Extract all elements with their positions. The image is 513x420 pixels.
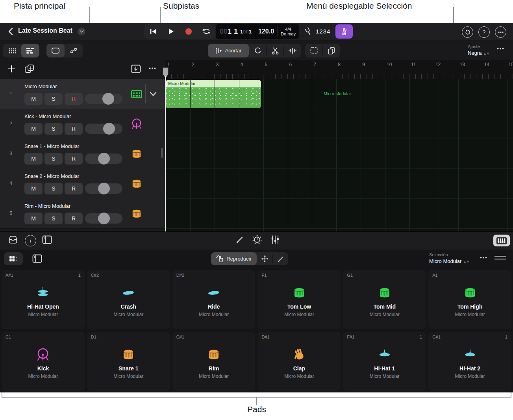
pads-rows-button[interactable]	[494, 256, 506, 260]
mute-button[interactable]: M	[24, 213, 43, 224]
selection-label: Selección	[429, 252, 448, 257]
track-number: 5	[0, 198, 22, 228]
pads-more-button[interactable]	[480, 257, 487, 259]
move-mode-button[interactable]	[257, 252, 272, 265]
record-enable-button[interactable]: R	[65, 123, 83, 135]
go-to-beginning-button[interactable]	[144, 24, 162, 39]
pad-hi-hat-2[interactable]: G#11Hi-Hat 2Micro Modular	[428, 332, 511, 391]
pad-crash[interactable]: C#2CrashMicro Modular	[87, 270, 170, 329]
pads-grid-icon	[9, 255, 17, 263]
midi-region[interactable]: Micro Modular	[166, 80, 261, 108]
inspector-toggle-button[interactable]	[42, 235, 52, 244]
trim-tool-button[interactable]: Acortar	[208, 44, 249, 57]
keyboard-toggle-button[interactable]	[493, 235, 510, 246]
volume-slider[interactable]	[85, 183, 122, 194]
lcd-display[interactable]: 00 1 1 1 00 1 120.0 4/4 Do may	[216, 24, 299, 39]
drum-machine-icon	[130, 87, 143, 101]
pad-name: Hi-Hat 1	[343, 365, 426, 372]
undo-button[interactable]	[462, 26, 473, 38]
track-row-3[interactable]: 3Snare 1 - Micro ModularMSR	[0, 139, 165, 169]
volume-slider[interactable]	[85, 124, 122, 134]
grid-view-button[interactable]	[3, 44, 21, 57]
record-enable-button[interactable]: R	[65, 153, 83, 165]
pads-sidebar-button[interactable]	[32, 254, 42, 263]
edit-tools-group: Acortar	[208, 44, 301, 57]
pad-ride[interactable]: D#2RideMicro Modular	[172, 270, 256, 329]
region-automation-group	[46, 44, 83, 57]
pad-tom-mid[interactable]: G1Tom MidMicro Modular	[343, 270, 426, 329]
cycle-button[interactable]	[197, 24, 215, 39]
edit-pencil-button[interactable]	[235, 235, 244, 244]
pad-hi-hat-1[interactable]: F#11Hi-Hat 1Micro Modular	[343, 332, 426, 391]
metronome-button[interactable]	[335, 24, 353, 39]
track-row-2[interactable]: 2Kick - Micro ModularMSR	[0, 109, 165, 139]
track-row-4[interactable]: 4Snare 2 - Micro ModularMSR	[0, 168, 165, 199]
vertical-scrollbar[interactable]	[161, 148, 163, 158]
split-tool-button[interactable]	[267, 44, 283, 57]
toolbar2-more-button[interactable]	[497, 48, 504, 50]
edit-mode-button[interactable]	[273, 252, 288, 265]
count-in-button[interactable]: 1234	[316, 28, 330, 35]
solo-button[interactable]: S	[44, 183, 63, 194]
tracks-view-button[interactable]	[21, 44, 39, 57]
duplicate-track-button[interactable]	[24, 64, 35, 74]
selection-dropdown[interactable]: Micro Modular ▲▼	[429, 258, 469, 264]
track-row-1[interactable]: 1Micro ModularMSR	[0, 79, 165, 109]
solo-button[interactable]: S	[44, 153, 63, 165]
mute-button[interactable]: M	[24, 93, 43, 105]
project-title[interactable]: Late Session Beat	[18, 27, 72, 34]
mute-button[interactable]: M	[24, 183, 43, 194]
record-enable-button[interactable]: R	[65, 93, 83, 105]
tray-down-icon	[131, 65, 141, 73]
marquee-button[interactable]	[305, 44, 322, 57]
loop-tool-button[interactable]	[249, 44, 266, 57]
browser-button[interactable]	[8, 235, 18, 244]
smart-controls-button[interactable]	[252, 235, 262, 245]
mute-button[interactable]: M	[24, 123, 43, 135]
region-name: Micro Modular	[166, 80, 261, 87]
snap-dropdown[interactable]: Negra ▲▼	[468, 50, 489, 56]
help-button[interactable]: ?	[478, 26, 490, 38]
record-enable-button[interactable]: R	[65, 213, 83, 224]
volume-slider[interactable]	[85, 154, 122, 164]
pad-note-label: F#1	[347, 335, 354, 339]
join-tool-button[interactable]	[284, 44, 301, 57]
title-menu-button[interactable]	[78, 28, 85, 35]
pad-rim[interactable]: C#1RimMicro Modular	[172, 332, 256, 391]
regions-button[interactable]	[46, 44, 65, 57]
solo-button[interactable]: S	[44, 93, 63, 105]
pad-kick[interactable]: C1KickMicro Modular	[2, 332, 85, 391]
solo-button[interactable]: S	[44, 123, 63, 135]
pad-subtitle: Micro Modular	[343, 312, 426, 317]
record-enable-button[interactable]: R	[65, 183, 83, 194]
pad-clap[interactable]: D#1ClapMicro Modular	[257, 332, 341, 391]
pads-view-dropdown[interactable]	[4, 252, 23, 265]
move-icon	[261, 255, 269, 263]
pad-hi-hat-open[interactable]: A#11Hi-Hat OpenMicro Modular	[2, 270, 85, 329]
play-button[interactable]	[162, 24, 180, 39]
timeline-area[interactable]: Micro Modular Micro Modular	[165, 79, 513, 231]
record-button[interactable]	[180, 24, 197, 39]
solo-button[interactable]: S	[44, 213, 63, 224]
import-tray-button[interactable]	[131, 65, 141, 73]
mute-button[interactable]: M	[24, 153, 43, 165]
tuner-icon[interactable]	[304, 27, 313, 36]
automation-button[interactable]	[65, 44, 83, 57]
info-button[interactable]: i	[25, 235, 36, 246]
add-track-button[interactable]	[7, 65, 16, 73]
pad-tom-low[interactable]: F1Tom LowMicro Modular	[257, 270, 341, 329]
track-row-5[interactable]: 5Rim - Micro ModularMSR	[0, 198, 165, 229]
cymbal-icon	[120, 285, 136, 301]
timeline-ruler[interactable]: 123456789101112131415	[165, 60, 513, 79]
pad-tom-high[interactable]: A1Tom HighMicro Modular	[428, 270, 511, 329]
play-mode-button[interactable]: Reproducir	[211, 252, 257, 265]
back-icon[interactable]	[6, 27, 16, 36]
volume-slider[interactable]	[85, 213, 122, 224]
pad-snare-1[interactable]: D1Snare 1Micro Modular	[87, 332, 170, 391]
volume-slider[interactable]	[85, 94, 122, 104]
more-options-button[interactable]	[495, 26, 506, 38]
track-header-more-button[interactable]	[149, 67, 156, 69]
mixer-button[interactable]	[271, 235, 280, 244]
track-disclosure-button[interactable]	[148, 89, 158, 99]
copy-button[interactable]	[323, 44, 340, 57]
